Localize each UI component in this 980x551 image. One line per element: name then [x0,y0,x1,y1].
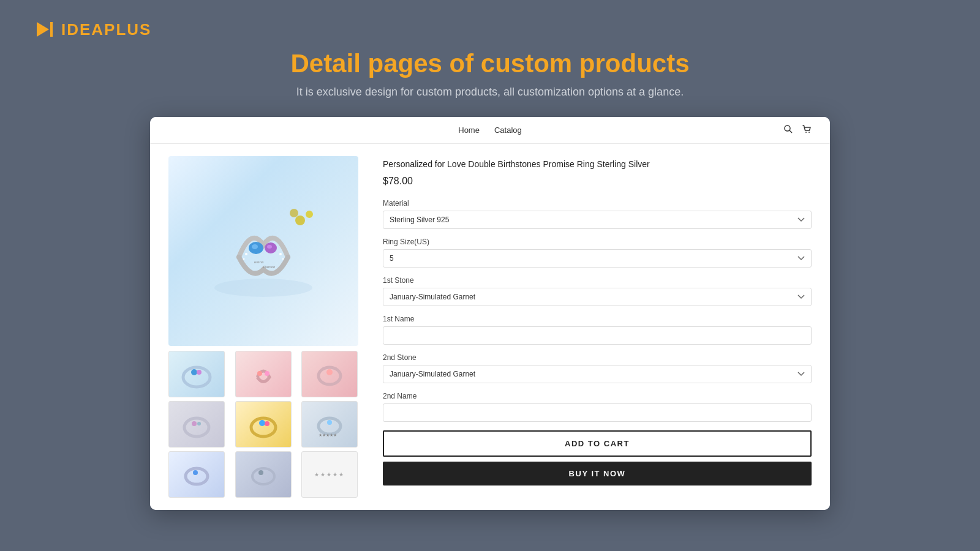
ring-size-field-group: Ring Size(US) 4 5 6 7 8 [383,238,812,268]
svg-point-38 [252,468,274,484]
name1-field-group: 1st Name [383,315,812,345]
main-product-image: Elena Damon [168,156,358,346]
product-title: Personalized for Love Double Birthstones… [383,159,812,171]
svg-line-3 [790,130,792,133]
product-area: Elena Damon [150,144,830,510]
page-subtitle: It is exclusive design for custom produc… [296,86,684,99]
svg-text:Elena: Elena [254,260,264,264]
svg-point-32 [265,421,270,426]
logo-area: IDEAPLUS [31,17,151,42]
name2-label: 2nd Name [383,392,812,400]
name1-input[interactable] [383,326,812,345]
svg-point-14 [245,253,247,255]
svg-point-7 [295,216,305,225]
svg-point-28 [192,421,197,426]
nav-links: Home Catalog [458,126,522,135]
svg-point-21 [191,369,197,375]
thumbnail-stars: ★★★★★ [301,451,358,498]
svg-point-11 [252,244,258,249]
nav-home[interactable]: Home [458,126,480,135]
svg-text:Damon: Damon [263,265,276,269]
stone1-select[interactable]: January-Simulated Garnet February-Simula… [383,288,812,306]
thumbnail-5[interactable] [235,401,292,448]
svg-point-27 [184,418,209,437]
ring-svg: Elena Damon [202,202,325,300]
svg-point-31 [259,420,265,426]
svg-point-9 [290,209,298,217]
ring-size-label: Ring Size(US) [383,238,812,246]
stone1-label: 1st Stone [383,276,812,285]
thumbnail-2[interactable] [235,351,292,397]
svg-text:★★★★★: ★★★★★ [318,433,337,437]
material-label: Material [383,199,812,208]
svg-point-17 [282,258,284,260]
svg-point-4 [805,132,807,133]
ring-size-select[interactable]: 4 5 6 7 8 [383,249,812,268]
svg-point-13 [267,245,272,249]
svg-point-23 [257,371,262,376]
cart-icon[interactable] [802,124,812,137]
stone2-select[interactable]: January-Simulated Garnet February-Simula… [383,365,812,383]
name1-label: 1st Name [383,315,812,323]
svg-point-16 [243,258,245,260]
thumbnail-6[interactable]: ★★★★★ [301,401,358,448]
add-to-cart-button[interactable]: ADD TO CART [383,430,812,457]
svg-point-26 [326,369,333,375]
brand-name: IDEAPLUS [61,20,151,39]
svg-point-8 [306,211,313,218]
svg-point-39 [258,470,263,475]
svg-point-34 [327,420,332,425]
svg-point-29 [197,422,201,425]
svg-point-24 [265,371,270,376]
material-field-group: Material Sterling Silver 925 Gold Plated… [383,199,812,229]
nav-catalog[interactable]: Catalog [494,126,522,135]
stone2-field-group: 2nd Stone January-Simulated Garnet Febru… [383,353,812,383]
search-icon[interactable] [783,124,793,137]
svg-point-15 [279,253,282,255]
buy-now-button[interactable]: BUY IT NOW [383,462,812,485]
product-info: Personalized for Love Double Birthstones… [383,156,812,498]
logo-icon [31,17,55,42]
svg-point-5 [809,132,810,133]
store-nav: Home Catalog [150,117,830,144]
thumbnail-grid: ★★★★★ ★★★★★ [168,351,364,498]
svg-point-37 [193,470,198,475]
thumbnail-4[interactable] [168,401,225,448]
name2-field-group: 2nd Name [383,392,812,422]
nav-icons [783,124,812,137]
svg-point-20 [183,367,210,387]
thumbnail-1[interactable] [168,351,225,397]
stone2-label: 2nd Stone [383,353,812,362]
browser-window: Home Catalog [150,117,830,510]
material-select[interactable]: Sterling Silver 925 Gold Plated Rose Gol… [383,211,812,229]
stone1-field-group: 1st Stone January-Simulated Garnet Febru… [383,276,812,306]
thumbnail-8[interactable] [235,451,292,498]
svg-point-6 [214,279,312,297]
svg-point-2 [785,126,790,131]
page-title: Detail pages of custom products [290,49,689,78]
svg-marker-0 [37,22,49,37]
thumbnail-3[interactable] [301,351,358,397]
svg-rect-1 [50,22,53,37]
name2-input[interactable] [383,403,812,422]
product-images: Elena Damon [168,156,364,498]
thumbnail-7[interactable] [168,451,225,498]
product-price: $78.00 [383,176,812,187]
svg-point-22 [197,370,202,375]
